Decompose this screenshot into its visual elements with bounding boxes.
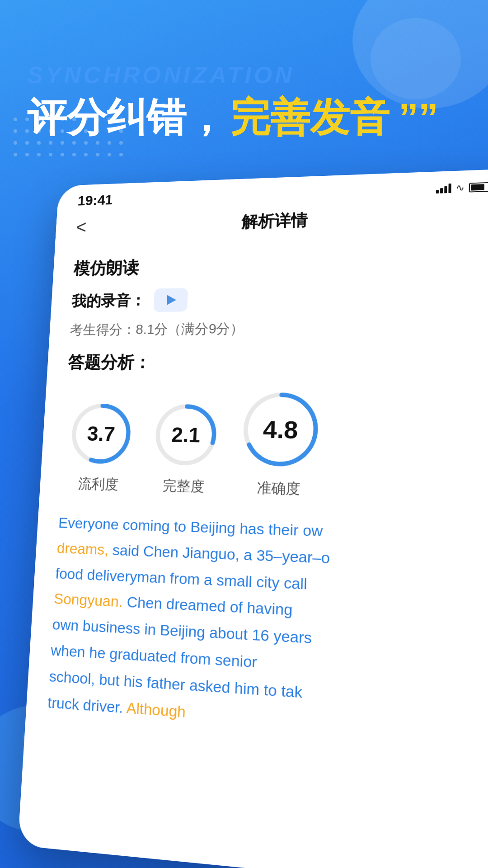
headline-part1: 评分纠错， (27, 96, 226, 140)
completeness-label: 完整度 (162, 476, 205, 497)
accuracy-label: 准确度 (257, 478, 300, 499)
score-row: 考生得分：8.1分（满分9分） (70, 317, 488, 339)
back-button[interactable]: < (75, 217, 87, 237)
passage-truck: truck driver. (47, 693, 127, 716)
sync-text: SYNCHRONIZATION (27, 63, 461, 87)
completeness-value: 2.1 (171, 423, 201, 447)
phone-mockup: 19:41 ∿ < 解析详情 模仿朗读 我的录音： 考生得分：8. (18, 169, 488, 868)
passage-small-city: small city call (216, 571, 307, 592)
passage-when-he: when he (50, 642, 110, 662)
passage-although: Although (126, 698, 186, 720)
accuracy-chart-item: 4.8 准确度 (236, 387, 325, 500)
fluency-value: 3.7 (86, 422, 115, 446)
signal-icon (436, 183, 451, 193)
passage-food: food deliveryman from a (55, 565, 217, 589)
quote-mark: ”” (399, 96, 438, 140)
fluency-chart-item: 3.7 流利度 (64, 399, 136, 495)
wifi-icon: ∿ (456, 182, 465, 193)
status-time: 19:41 (77, 192, 113, 208)
passage-own-business: own business in Beijing about 16 years (52, 616, 312, 647)
passage-songyuan: Songyuan. (53, 590, 127, 610)
headline-part2: 完善发音 (230, 96, 389, 140)
accuracy-chart: 4.8 (237, 387, 324, 473)
nav-title: 解析详情 (241, 210, 308, 233)
passage-chen-dreamed: Chen dreamed of having (127, 594, 293, 619)
play-button[interactable] (153, 288, 188, 312)
passage-dreams: dreams, (56, 539, 113, 558)
fluency-label: 流利度 (78, 474, 119, 494)
section-title: 模仿朗读 (73, 248, 488, 280)
fluency-chart: 3.7 (66, 399, 136, 469)
status-icons: ∿ (436, 181, 488, 194)
completeness-chart: 2.1 (150, 400, 222, 470)
content-area: 模仿朗读 我的录音： 考生得分：8.1分（满分9分） 答题分析： 3.7 流利度 (25, 234, 488, 764)
passage-everyone: Everyone (58, 514, 123, 533)
text-passage: Everyone coming to Beijing has their ow … (47, 510, 487, 747)
passage-said: said Chen Jianguo, a 35–year–o (112, 541, 330, 566)
recording-row: 我的录音： (71, 283, 488, 313)
header-area: SYNCHRONIZATION 评分纠错， 完善发音 ”” (27, 63, 461, 140)
passage-graduated: graduated from senior (109, 645, 257, 671)
completeness-chart-item: 2.1 完整度 (149, 400, 222, 497)
passage-coming: coming to Beijing has their ow (122, 516, 323, 540)
headline: 评分纠错， 完善发音 ”” (27, 96, 461, 140)
charts-row: 3.7 流利度 2.1 完整度 (60, 387, 488, 504)
recording-label: 我的录音： (71, 290, 146, 311)
battery-icon (469, 182, 488, 192)
play-icon (167, 295, 177, 305)
accuracy-value: 4.8 (263, 415, 298, 444)
analysis-title: 答题分析： (67, 349, 488, 374)
